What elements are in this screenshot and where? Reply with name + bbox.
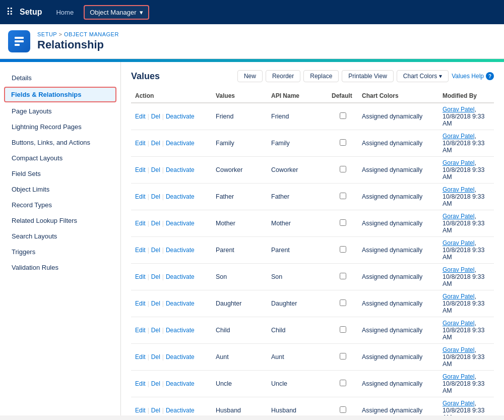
- sidebar-item-related-lookup-filters[interactable]: Related Lookup Filters: [0, 213, 120, 228]
- sidebar-item-record-types[interactable]: Record Types: [0, 197, 120, 213]
- default-checkbox[interactable]: [340, 139, 346, 146]
- default-cell[interactable]: [328, 184, 358, 210]
- deactivate-link[interactable]: Deactivate: [166, 166, 195, 173]
- del-link[interactable]: Del: [151, 166, 160, 173]
- breadcrumb-setup[interactable]: SETUP: [37, 31, 57, 37]
- sidebar-item-buttons-links-actions[interactable]: Buttons, Links, and Actions: [0, 135, 120, 150]
- deactivate-link[interactable]: Deactivate: [166, 327, 195, 334]
- modified-by-link[interactable]: Gorav Patel: [443, 320, 474, 327]
- del-link[interactable]: Del: [151, 380, 160, 387]
- default-cell[interactable]: [328, 157, 358, 184]
- deactivate-link[interactable]: Deactivate: [166, 220, 195, 227]
- modified-by-link[interactable]: Gorav Patel: [443, 159, 474, 166]
- del-link[interactable]: Del: [151, 327, 160, 334]
- edit-link[interactable]: Edit: [135, 193, 146, 200]
- sidebar-item-field-sets[interactable]: Field Sets: [0, 166, 120, 182]
- del-link[interactable]: Del: [151, 193, 160, 200]
- deactivate-link[interactable]: Deactivate: [166, 380, 195, 387]
- default-cell[interactable]: [328, 237, 358, 264]
- del-link[interactable]: Del: [151, 300, 160, 307]
- modified-by-link[interactable]: Gorav Patel: [443, 400, 474, 407]
- deactivate-link[interactable]: Deactivate: [166, 407, 195, 414]
- default-checkbox[interactable]: [340, 380, 346, 386]
- sidebar-item-details[interactable]: Details: [0, 70, 120, 86]
- default-checkbox[interactable]: [340, 326, 346, 333]
- edit-link[interactable]: Edit: [135, 407, 146, 414]
- app-launcher-icon[interactable]: ⠿: [6, 6, 14, 18]
- chart-colors-label: Chart Colors: [403, 73, 437, 80]
- deactivate-link[interactable]: Deactivate: [166, 113, 195, 120]
- edit-link[interactable]: Edit: [135, 380, 146, 387]
- object-manager-nav-item[interactable]: Object Manager ▾: [84, 5, 149, 20]
- page-title: Relationship: [37, 38, 119, 51]
- replace-button[interactable]: Replace: [303, 70, 339, 82]
- modified-by-link[interactable]: Gorav Patel: [443, 266, 474, 273]
- default-cell[interactable]: [328, 344, 358, 371]
- deactivate-link[interactable]: Deactivate: [166, 300, 195, 307]
- sidebar-item-search-layouts[interactable]: Search Layouts: [0, 228, 120, 244]
- modified-by-link[interactable]: Gorav Patel: [443, 239, 474, 247]
- edit-link[interactable]: Edit: [135, 273, 146, 280]
- edit-link[interactable]: Edit: [135, 353, 146, 361]
- sidebar-item-object-limits[interactable]: Object Limits: [0, 182, 120, 197]
- default-checkbox[interactable]: [340, 112, 346, 119]
- sidebar-item-triggers[interactable]: Triggers: [0, 244, 120, 260]
- chart-colors-cell: Assigned dynamically: [358, 103, 438, 130]
- default-cell[interactable]: [328, 210, 358, 237]
- del-link[interactable]: Del: [151, 140, 160, 147]
- home-nav-item[interactable]: Home: [50, 6, 80, 19]
- del-link[interactable]: Del: [151, 113, 160, 120]
- deactivate-link[interactable]: Deactivate: [166, 353, 195, 361]
- modified-by-link[interactable]: Gorav Patel: [443, 346, 474, 353]
- sidebar-item-compact-layouts[interactable]: Compact Layouts: [0, 150, 120, 166]
- default-cell[interactable]: [328, 130, 358, 157]
- default-cell[interactable]: [328, 264, 358, 290]
- del-link[interactable]: Del: [151, 407, 160, 414]
- deactivate-link[interactable]: Deactivate: [166, 273, 195, 280]
- deactivate-link[interactable]: Deactivate: [166, 140, 195, 147]
- default-checkbox[interactable]: [340, 273, 346, 279]
- default-checkbox[interactable]: [340, 406, 346, 413]
- default-checkbox[interactable]: [340, 193, 346, 199]
- modified-by-link[interactable]: Gorav Patel: [443, 293, 474, 300]
- del-link[interactable]: Del: [151, 353, 160, 361]
- edit-link[interactable]: Edit: [135, 220, 146, 227]
- modified-by-link[interactable]: Gorav Patel: [443, 213, 474, 220]
- sidebar-item-page-layouts[interactable]: Page Layouts: [0, 103, 120, 119]
- edit-link[interactable]: Edit: [135, 140, 146, 147]
- default-cell[interactable]: [328, 397, 358, 416]
- modified-by-link[interactable]: Gorav Patel: [443, 186, 474, 193]
- default-cell[interactable]: [328, 371, 358, 397]
- edit-link[interactable]: Edit: [135, 166, 146, 173]
- default-cell[interactable]: [328, 103, 358, 130]
- default-checkbox[interactable]: [340, 353, 346, 359]
- sidebar-item-fields-relationships[interactable]: Fields & Relationships: [4, 87, 116, 102]
- default-checkbox[interactable]: [340, 246, 346, 253]
- default-checkbox[interactable]: [340, 219, 346, 226]
- sidebar-item-validation-rules[interactable]: Validation Rules: [0, 260, 120, 275]
- edit-link[interactable]: Edit: [135, 113, 146, 120]
- values-help-link[interactable]: Values Help ?: [452, 72, 494, 80]
- default-checkbox[interactable]: [340, 166, 346, 172]
- modified-by-link[interactable]: Gorav Patel: [443, 133, 474, 140]
- breadcrumb-object-manager[interactable]: OBJECT MANAGER: [64, 31, 119, 37]
- edit-link[interactable]: Edit: [135, 247, 146, 254]
- edit-link[interactable]: Edit: [135, 300, 146, 307]
- modified-by-link[interactable]: Gorav Patel: [443, 106, 474, 113]
- chart-colors-button[interactable]: Chart Colors ▾: [397, 70, 449, 82]
- del-link[interactable]: Del: [151, 247, 160, 254]
- sidebar-item-lightning-record-pages[interactable]: Lightning Record Pages: [0, 119, 120, 135]
- deactivate-link[interactable]: Deactivate: [166, 247, 195, 254]
- edit-link[interactable]: Edit: [135, 327, 146, 334]
- default-checkbox[interactable]: [340, 299, 346, 306]
- action-links: Edit | Del | Deactivate: [135, 220, 208, 227]
- new-button[interactable]: New: [237, 70, 263, 82]
- reorder-button[interactable]: Reorder: [266, 70, 300, 82]
- modified-by-link[interactable]: Gorav Patel: [443, 373, 474, 380]
- del-link[interactable]: Del: [151, 220, 160, 227]
- deactivate-link[interactable]: Deactivate: [166, 193, 195, 200]
- default-cell[interactable]: [328, 290, 358, 317]
- default-cell[interactable]: [328, 317, 358, 344]
- printable-view-button[interactable]: Printable View: [342, 70, 394, 82]
- del-link[interactable]: Del: [151, 273, 160, 280]
